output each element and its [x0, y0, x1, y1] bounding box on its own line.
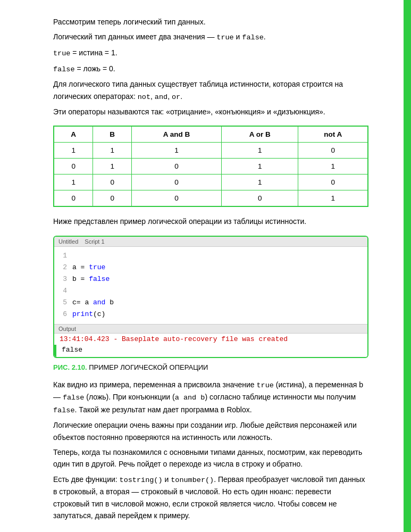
paragraph-6-text: Эти операторы называются так: «отрицание…	[53, 107, 325, 116]
code-output-line: 13:41:04.423 - Baseplate auto-recovery f…	[54, 334, 367, 345]
col-header-aandb: A and B	[132, 126, 222, 143]
line-num: 5	[60, 297, 67, 309]
cell: 1	[54, 142, 93, 158]
code-line-4: 4	[60, 285, 362, 297]
paragraph-1: Рассмотрим теперь логический тип данных.	[53, 16, 368, 28]
cell: 0	[132, 158, 222, 174]
cell: 1	[93, 142, 132, 158]
body-paragraph-3-text: Теперь, когда ты познакомился с основным…	[53, 448, 362, 468]
body-paragraph-4: Есть две функции: tostring() и tonumber(…	[53, 473, 368, 522]
line-num: 6	[60, 309, 67, 320]
fig-caption: РИС. 2.10. ПРИМЕР ЛОГИЧЕСКОЙ ОПЕРАЦИИ	[53, 363, 368, 371]
code-line-3: 3 b = false	[60, 273, 362, 285]
paragraph-4: false = ложь = 0.	[53, 63, 368, 76]
cell: 0	[54, 158, 93, 174]
line-num: 2	[60, 262, 67, 273]
output-bar-label: Output	[58, 326, 76, 332]
code-line-6: 6 print(c)	[60, 309, 362, 320]
cell: 1	[93, 158, 132, 174]
table-row: 0 0 0 0 1	[54, 190, 368, 206]
truth-table: A B A and B A or B not A 1 1 1 1 0 0 1	[53, 126, 368, 207]
fig-caption-text: ПРИМЕР ЛОГИЧЕСКОЙ ОПЕРАЦИИ	[89, 363, 208, 371]
cell: 0	[132, 174, 222, 190]
paragraph-2: Логический тип данных имеет два значения…	[53, 31, 368, 44]
line-code: b = false	[72, 273, 110, 285]
output-result-text: false	[62, 346, 82, 354]
fig-label: РИС. 2.10.	[53, 363, 87, 371]
cell: 0	[93, 190, 132, 206]
line-num: 4	[60, 285, 67, 297]
code-line-1: 1	[60, 250, 362, 262]
body-paragraph-3: Теперь, когда ты познакомился с основным…	[53, 446, 368, 470]
code-output-bar: Output	[54, 324, 367, 334]
paragraph-5: Для логического типа данных существует т…	[53, 78, 368, 103]
code-titlebar: Untitled Script 1	[54, 237, 367, 247]
table-row: 1 1 1 1 0	[54, 142, 368, 158]
cell: 1	[222, 158, 298, 174]
code-output-result: false	[54, 345, 367, 357]
code-false-eq: false	[53, 65, 75, 73]
paragraph-3: true = истина = 1.	[53, 47, 368, 60]
col-header-a: A	[54, 126, 93, 143]
cell: 1	[222, 142, 298, 158]
line-code: print(c)	[72, 309, 105, 320]
code-line-2: 2 a = true	[60, 262, 362, 273]
cell: 1	[298, 190, 368, 206]
line-code: a = true	[72, 262, 105, 273]
below-table-text: Ниже представлен пример логической опера…	[53, 215, 368, 227]
paragraph-6: Эти операторы называются так: «отрицание…	[53, 106, 368, 118]
code-false: false	[242, 34, 264, 41]
table-row: 0 1 0 1 1	[54, 158, 368, 174]
titlebar-left: Untitled	[58, 238, 78, 245]
cell: 1	[54, 174, 93, 190]
cell: 1	[222, 174, 298, 190]
code-or: or	[172, 93, 180, 101]
cell: 0	[298, 174, 368, 190]
cell: 0	[298, 142, 368, 158]
line-num: 1	[60, 250, 67, 262]
code-body: 1 2 a = true 3 b = false 4 5 c= a and b …	[54, 247, 367, 324]
col-header-aorb: A or B	[222, 126, 298, 143]
cell: 0	[222, 190, 298, 206]
page-container: Рассмотрим теперь логический тип данных.…	[0, 0, 411, 532]
inline-true: true	[256, 381, 273, 389]
cell: 1	[132, 142, 222, 158]
body-paragraph-1: Как видно из примера, переменная a присв…	[53, 379, 368, 417]
body-paragraph-2-text: Логические операции очень важны при созд…	[53, 421, 357, 441]
truth-table-wrapper: A B A and B A or B not A 1 1 1 1 0 0 1	[53, 126, 368, 207]
cell: 0	[132, 190, 222, 206]
paragraph-1-text: Рассмотрим теперь логический тип данных.	[53, 18, 206, 26]
inline-a-and-b: a and b	[175, 394, 205, 402]
code-true-eq: true	[53, 49, 70, 57]
col-header-nota: not A	[298, 126, 368, 143]
output-line-text: 13:41:04.423 - Baseplate auto-recovery f…	[60, 335, 288, 343]
table-row: 1 0 0 1 0	[54, 174, 368, 190]
inline-tostring: tostring()	[120, 476, 163, 484]
cell: 0	[54, 190, 93, 206]
col-header-b: B	[93, 126, 132, 143]
code-true: true	[216, 34, 233, 41]
cell: 1	[298, 158, 368, 174]
code-and: and	[155, 93, 167, 101]
truth-table-header-row: A B A and B A or B not A	[54, 126, 368, 143]
code-line-5: 5 c= a and b	[60, 297, 362, 309]
body-paragraph-2: Логические операции очень важны при созд…	[53, 419, 368, 443]
inline-tonumber: tonumber()	[171, 476, 214, 484]
cell: 0	[93, 174, 132, 190]
code-screenshot: Untitled Script 1 1 2 a = true 3 b = fal…	[53, 236, 368, 358]
inline-false: false	[63, 394, 85, 402]
line-num: 3	[60, 273, 67, 285]
inline-false2: false	[53, 406, 75, 414]
line-code: c= a and b	[72, 297, 114, 309]
titlebar-right: Script 1	[85, 238, 104, 245]
code-not: not	[138, 93, 150, 101]
below-table-text-content: Ниже представлен пример логической опера…	[53, 217, 306, 226]
